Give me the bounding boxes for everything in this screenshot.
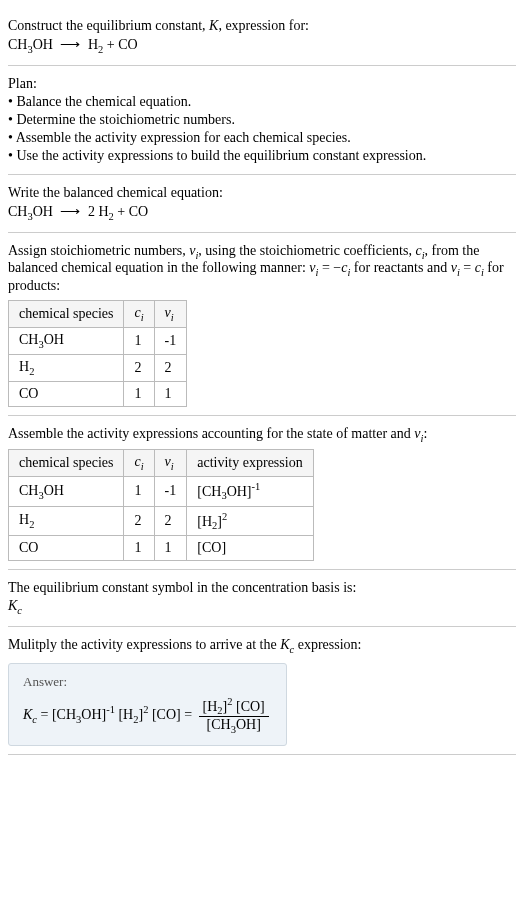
col-header: ci: [124, 301, 154, 328]
symbol-value: Kc: [8, 598, 516, 616]
table-row: chemical species ci νi activity expressi…: [9, 450, 314, 477]
cell: 1: [124, 327, 154, 354]
stoich-intro: Assign stoichiometric numbers, νi, using…: [8, 243, 516, 295]
plan-item: • Assemble the activity expression for e…: [8, 130, 516, 146]
cell: 1: [154, 381, 187, 406]
answer-expression: Kc = [CH3OH]-1 [H2]2 [CO] = [H2]2 [CO] […: [23, 696, 272, 735]
unbalanced-equation: CH3OH ⟶ H2 + CO: [8, 36, 516, 55]
cell: CO: [9, 381, 124, 406]
plan-title: Plan:: [8, 76, 516, 92]
cell: H2: [9, 354, 124, 381]
col-header: νi: [154, 450, 187, 477]
cell: [H2]2: [187, 506, 313, 535]
stoich-section: Assign stoichiometric numbers, νi, using…: [8, 233, 516, 416]
col-header: ci: [124, 450, 154, 477]
cell: -1: [154, 327, 187, 354]
cell: 1: [154, 536, 187, 561]
balanced-title: Write the balanced chemical equation:: [8, 185, 516, 201]
activity-intro: Assemble the activity expressions accoun…: [8, 426, 516, 444]
header-section: Construct the equilibrium constant, K, e…: [8, 8, 516, 66]
multiply-title: Mulitply the activity expressions to arr…: [8, 637, 516, 655]
table-row: CO 1 1 [CO]: [9, 536, 314, 561]
answer-box: Answer: Kc = [CH3OH]-1 [H2]2 [CO] = [H2]…: [8, 663, 287, 746]
symbol-section: The equilibrium constant symbol in the c…: [8, 570, 516, 627]
cell: [CO]: [187, 536, 313, 561]
table-row: H2 2 2 [H2]2: [9, 506, 314, 535]
cell: 1: [124, 536, 154, 561]
table-row: chemical species ci νi: [9, 301, 187, 328]
balanced-section: Write the balanced chemical equation: CH…: [8, 175, 516, 233]
table-row: CH3OH 1 -1 [CH3OH]-1: [9, 477, 314, 506]
page-title: Construct the equilibrium constant, K, e…: [8, 18, 516, 34]
cell: 2: [154, 354, 187, 381]
cell: [CH3OH]-1: [187, 477, 313, 506]
symbol-title: The equilibrium constant symbol in the c…: [8, 580, 516, 596]
plan-item: • Use the activity expressions to build …: [8, 148, 516, 164]
plan-item: • Determine the stoichiometric numbers.: [8, 112, 516, 128]
answer-label: Answer:: [23, 674, 272, 690]
cell: CO: [9, 536, 124, 561]
col-header: chemical species: [9, 450, 124, 477]
cell: CH3OH: [9, 477, 124, 506]
activity-table: chemical species ci νi activity expressi…: [8, 449, 314, 561]
multiply-section: Mulitply the activity expressions to arr…: [8, 627, 516, 755]
col-header: νi: [154, 301, 187, 328]
col-header: activity expression: [187, 450, 313, 477]
table-row: CO 1 1: [9, 381, 187, 406]
balanced-equation: CH3OH ⟶ 2 H2 + CO: [8, 203, 516, 222]
stoich-table: chemical species ci νi CH3OH 1 -1 H2 2 2…: [8, 300, 187, 406]
table-row: H2 2 2: [9, 354, 187, 381]
col-header: chemical species: [9, 301, 124, 328]
plan-section: Plan: • Balance the chemical equation. •…: [8, 66, 516, 175]
cell: -1: [154, 477, 187, 506]
cell: 2: [124, 506, 154, 535]
cell: 2: [124, 354, 154, 381]
cell: H2: [9, 506, 124, 535]
cell: CH3OH: [9, 327, 124, 354]
cell: 2: [154, 506, 187, 535]
cell: 1: [124, 381, 154, 406]
activity-section: Assemble the activity expressions accoun…: [8, 416, 516, 571]
cell: 1: [124, 477, 154, 506]
plan-item: • Balance the chemical equation.: [8, 94, 516, 110]
table-row: CH3OH 1 -1: [9, 327, 187, 354]
